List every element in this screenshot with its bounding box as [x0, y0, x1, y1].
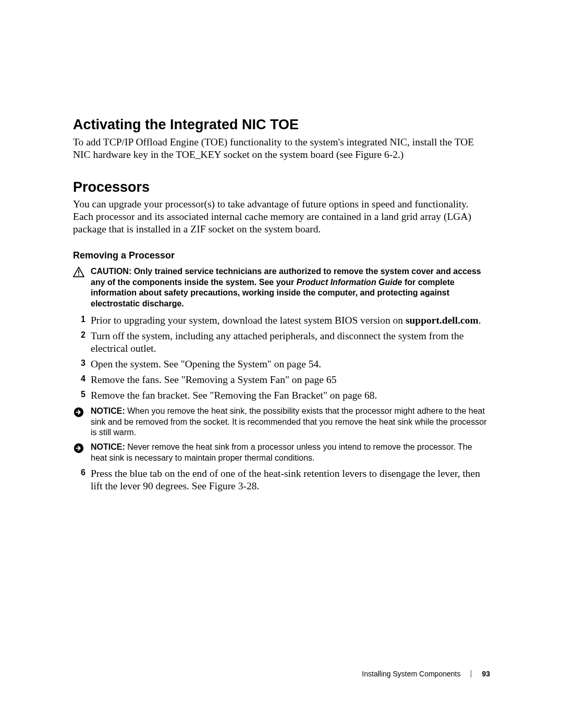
step-number: 3	[73, 358, 91, 368]
notice-body: When you remove the heat sink, the possi…	[91, 406, 486, 437]
step-3: 3 Open the system. See "Opening the Syst…	[73, 358, 490, 371]
notice-body: Never remove the heat sink from a proces…	[91, 442, 472, 462]
step-2: 2 Turn off the system, including any att…	[73, 330, 490, 355]
footer-title: Installing System Components	[362, 670, 460, 678]
step-1: 1 Prior to upgrading your system, downlo…	[73, 314, 490, 327]
step-1-before: Prior to upgrading your system, download…	[91, 315, 406, 326]
heading-processors: Processors	[73, 180, 490, 195]
step-text: Prior to upgrading your system, download…	[91, 314, 481, 327]
caution-triangle-icon	[73, 266, 91, 277]
step-text: Press the blue tab on the end of one of …	[91, 467, 490, 492]
step-number: 4	[73, 374, 91, 384]
notice-arrow-icon	[73, 442, 91, 454]
page-number: 93	[482, 670, 490, 678]
notice-text: NOTICE: When you remove the heat sink, t…	[91, 406, 490, 438]
support-link: support.dell.com	[406, 315, 479, 326]
document-page: Activating the Integrated NIC TOE To add…	[0, 0, 563, 728]
step-text: Open the system. See "Opening the System…	[91, 358, 321, 371]
caution-label: CAUTION:	[91, 267, 131, 276]
notice-block-1: NOTICE: When you remove the heat sink, t…	[73, 406, 490, 438]
step-1-after: .	[479, 315, 481, 326]
step-text: Remove the fans. See "Removing a System …	[91, 374, 336, 386]
heading-activating-nic-toe: Activating the Integrated NIC TOE	[73, 117, 490, 133]
caution-block: CAUTION: Only trained service technician…	[73, 266, 490, 309]
notice-label: NOTICE:	[91, 406, 125, 415]
svg-point-1	[78, 275, 79, 276]
notice-block-2: NOTICE: Never remove the heat sink from …	[73, 442, 490, 463]
notice-text: NOTICE: Never remove the heat sink from …	[91, 442, 490, 463]
paragraph-nic-toe: To add TCP/IP Offload Engine (TOE) funct…	[73, 136, 490, 161]
caution-italic: Product Information Guide	[297, 278, 402, 287]
step-5: 5 Remove the fan bracket. See "Removing …	[73, 389, 490, 402]
paragraph-processors: You can upgrade your processor(s) to tak…	[73, 198, 490, 236]
step-number: 1	[73, 314, 91, 324]
page-footer: Installing System Components 93	[362, 670, 490, 678]
notice-arrow-icon	[73, 406, 91, 418]
notice-label: NOTICE:	[91, 442, 125, 451]
step-6: 6 Press the blue tab on the end of one o…	[73, 467, 490, 492]
step-number: 2	[73, 330, 91, 340]
subheading-removing-processor: Removing a Processor	[73, 250, 490, 261]
step-number: 6	[73, 467, 91, 477]
step-4: 4 Remove the fans. See "Removing a Syste…	[73, 374, 490, 386]
caution-text: CAUTION: Only trained service technician…	[91, 266, 490, 309]
step-text: Turn off the system, including any attac…	[91, 330, 490, 355]
footer-divider	[471, 670, 471, 677]
step-number: 5	[73, 389, 91, 399]
step-text: Remove the fan bracket. See "Removing th…	[91, 389, 377, 402]
